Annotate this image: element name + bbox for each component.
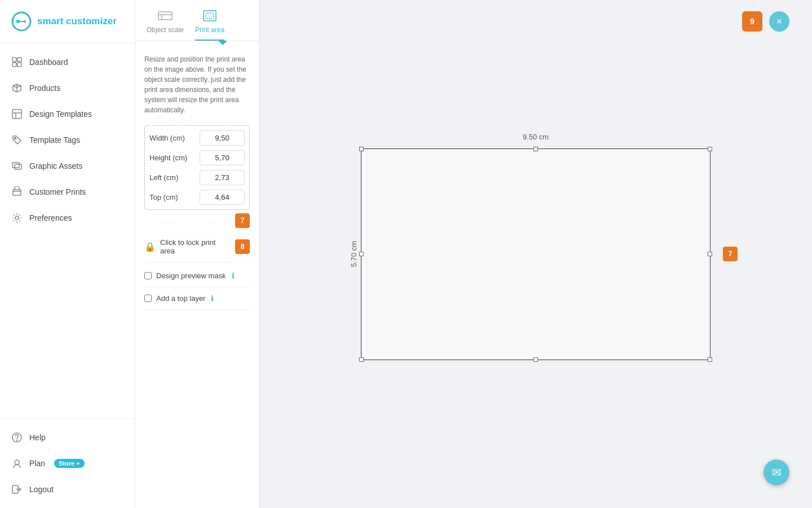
app-name: smart customizer bbox=[37, 16, 117, 27]
sidebar-logout-label: Logout bbox=[29, 485, 54, 494]
logo-container: smart customizer bbox=[0, 0, 135, 43]
content-area: Object scale Print area Resize and posit… bbox=[135, 0, 812, 508]
height-label: Height (cm) bbox=[149, 154, 187, 162]
sidebar-item-dashboard[interactable]: Dashboard bbox=[0, 49, 135, 75]
svg-rect-12 bbox=[12, 163, 19, 168]
sidebar-item-help[interactable]: Help bbox=[0, 424, 135, 450]
svg-rect-4 bbox=[12, 58, 16, 62]
add-top-layer-info-icon[interactable]: ℹ bbox=[211, 294, 214, 303]
canvas-step-7-badge[interactable]: 7 bbox=[723, 247, 738, 261]
svg-rect-8 bbox=[12, 110, 21, 119]
sidebar-item-label-graphic-assets: Graphic Assets bbox=[29, 161, 82, 170]
add-top-layer-row: Add a top layer ℹ bbox=[144, 287, 250, 310]
sidebar-item-preferences[interactable]: Preferences bbox=[0, 205, 135, 231]
lock-print-area-label: Click to lock print area bbox=[160, 238, 231, 255]
width-input[interactable] bbox=[200, 130, 245, 146]
panel-description: Resize and position the print area on th… bbox=[144, 54, 250, 115]
tab-print-area[interactable]: Print area bbox=[195, 8, 224, 41]
sidebar-item-label-template-tags: Template Tags bbox=[29, 135, 80, 144]
svg-point-16 bbox=[15, 216, 19, 220]
dimensions-field-group: Width (cm) Height (cm) Left (cm) Top (cm… bbox=[144, 125, 250, 210]
sidebar-item-label-preferences: Preferences bbox=[29, 213, 72, 222]
lock-icon: 🔒 bbox=[144, 242, 156, 252]
main-content: 9 × Object scale bbox=[135, 0, 812, 508]
step-7-badge[interactable]: 7 bbox=[235, 213, 250, 228]
svg-rect-6 bbox=[12, 63, 16, 67]
handle-top-right[interactable] bbox=[708, 147, 712, 151]
sidebar-item-logout[interactable]: Logout bbox=[0, 476, 135, 502]
help-icon bbox=[11, 432, 23, 443]
design-preview-mask-label: Design preview mask bbox=[156, 271, 226, 280]
handle-bottom-left[interactable] bbox=[359, 357, 364, 362]
add-top-layer-label: Add a top layer bbox=[156, 294, 205, 303]
svg-point-3 bbox=[24, 20, 26, 23]
sidebar-item-label-design-templates: Design Templates bbox=[29, 110, 92, 119]
print-rectangle bbox=[361, 148, 710, 360]
handle-top-center[interactable] bbox=[533, 147, 538, 151]
left-label: Left (cm) bbox=[149, 173, 178, 182]
store-badge[interactable]: Store + bbox=[54, 459, 85, 468]
canvas-right-badge[interactable]: 7 bbox=[723, 247, 738, 261]
close-button[interactable]: × bbox=[769, 11, 789, 32]
tab-print-area-label: Print area bbox=[195, 26, 224, 34]
graphic-assets-icon bbox=[11, 160, 23, 172]
svg-rect-14 bbox=[13, 190, 21, 195]
sidebar-item-products[interactable]: Products bbox=[0, 75, 135, 101]
sidebar-item-design-templates[interactable]: Design Templates bbox=[0, 101, 135, 127]
email-fab-button[interactable]: ✉ bbox=[764, 459, 789, 485]
svg-point-18 bbox=[16, 440, 17, 440]
svg-rect-5 bbox=[17, 58, 21, 62]
svg-point-11 bbox=[15, 138, 16, 139]
svg-point-19 bbox=[15, 460, 19, 465]
handle-bottom-center[interactable] bbox=[533, 357, 538, 362]
customer-prints-icon bbox=[11, 186, 23, 198]
dashboard-icon bbox=[11, 56, 23, 68]
left-input[interactable] bbox=[200, 170, 245, 185]
sidebar-item-graphic-assets[interactable]: Graphic Assets bbox=[0, 153, 135, 179]
sidebar-item-template-tags[interactable]: Template Tags bbox=[0, 127, 135, 153]
preferences-icon bbox=[11, 212, 23, 224]
logo-icon bbox=[11, 11, 32, 32]
sidebar: smart customizer Dashboard bbox=[0, 0, 135, 508]
panel-body: Resize and position the print area on th… bbox=[135, 45, 259, 508]
design-preview-mask-info-icon[interactable]: ℹ bbox=[232, 271, 235, 280]
svg-rect-13 bbox=[15, 164, 21, 169]
svg-rect-7 bbox=[17, 63, 21, 67]
lock-print-area-row[interactable]: 🔒 Click to lock print area 8 bbox=[144, 235, 250, 262]
design-preview-mask-checkbox[interactable] bbox=[144, 272, 152, 279]
top-input[interactable] bbox=[200, 190, 245, 205]
email-icon: ✉ bbox=[772, 466, 782, 479]
sidebar-item-label-dashboard: Dashboard bbox=[29, 58, 68, 67]
handle-bottom-right[interactable] bbox=[708, 357, 712, 362]
height-field-row: Height (cm) bbox=[149, 150, 245, 165]
logout-icon bbox=[11, 484, 23, 495]
sidebar-item-label-customer-prints: Customer Prints bbox=[29, 187, 86, 196]
height-input[interactable] bbox=[200, 150, 245, 165]
sidebar-bottom: Help Plan Store + Logout bbox=[0, 418, 135, 508]
left-panel: Object scale Print area Resize and posit… bbox=[135, 0, 259, 508]
template-tags-icon bbox=[11, 134, 23, 146]
handle-middle-right[interactable] bbox=[708, 252, 712, 256]
dimension-top-label: 9.50 cm bbox=[523, 133, 549, 141]
top-label: Top (cm) bbox=[149, 193, 178, 202]
dimension-left-label: 5.70 cm bbox=[350, 241, 358, 267]
tab-object-scale[interactable]: Object scale bbox=[147, 8, 184, 41]
design-preview-mask-row: Design preview mask ℹ bbox=[144, 265, 250, 287]
step-9-badge[interactable]: 9 bbox=[742, 11, 762, 32]
sidebar-item-plan[interactable]: Plan Store + bbox=[0, 450, 135, 476]
svg-rect-26 bbox=[206, 13, 214, 19]
sidebar-plan-label: Plan bbox=[29, 459, 45, 468]
sidebar-nav: Dashboard Products Design Templates bbox=[0, 43, 135, 418]
tabs-row: Object scale Print area bbox=[135, 0, 259, 41]
header-actions: 9 × bbox=[742, 11, 789, 32]
width-field-row: Width (cm) bbox=[149, 130, 245, 146]
add-top-layer-checkbox[interactable] bbox=[144, 295, 152, 302]
sidebar-help-label: Help bbox=[29, 433, 46, 442]
handle-top-left[interactable] bbox=[359, 147, 364, 151]
step-8-badge[interactable]: 8 bbox=[235, 239, 250, 254]
top-field-row: Top (cm) bbox=[149, 190, 245, 205]
canvas-area: 9.50 cm 5.70 cm 7 bbox=[259, 0, 812, 508]
handle-middle-left[interactable] bbox=[359, 252, 364, 256]
products-icon bbox=[11, 82, 23, 94]
sidebar-item-customer-prints[interactable]: Customer Prints bbox=[0, 179, 135, 205]
